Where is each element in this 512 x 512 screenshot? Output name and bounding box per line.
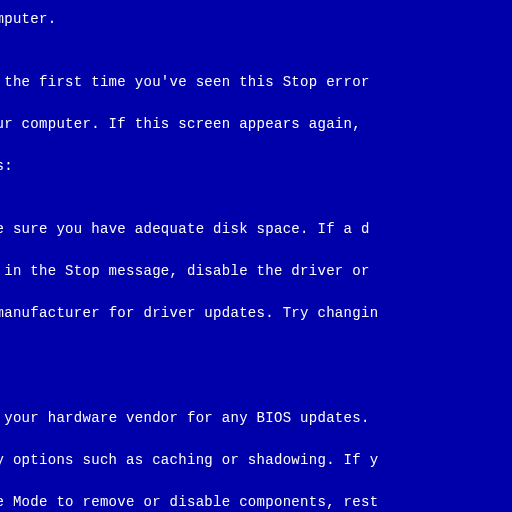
bsod-line: the manufacturer for driver updates. Try…: [0, 303, 512, 324]
bsod-line: memory options such as caching or shadow…: [0, 450, 512, 471]
bsod-text: ur computer. is is the first time you've…: [0, 0, 512, 512]
bsod-line: with your hardware vendor for any BIOS u…: [0, 408, 512, 429]
bsod-line: ur computer.: [0, 9, 512, 30]
bsod-line: e Safe Mode to remove or disable compone…: [0, 492, 512, 512]
bsod-line: steps:: [0, 156, 512, 177]
bsod-line: to be sure you have adequate disk space.…: [0, 219, 512, 240]
bsod-line: ers.: [0, 345, 512, 366]
bsod-screen: ur computer. is is the first time you've…: [0, 0, 512, 512]
bsod-line: ified in the Stop message, disable the d…: [0, 261, 512, 282]
bsod-line: rt your computer. If this screen appears…: [0, 114, 512, 135]
bsod-line: is is the first time you've seen this St…: [0, 72, 512, 93]
